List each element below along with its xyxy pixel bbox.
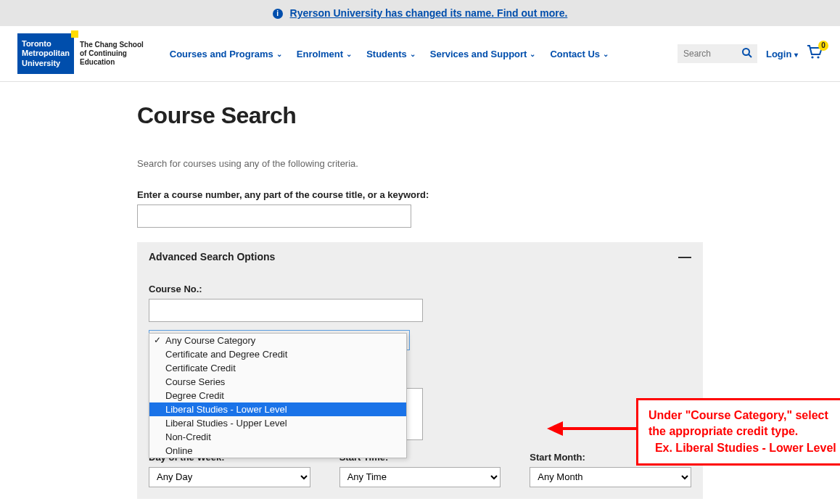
chevron-down-icon: ⌄	[530, 50, 535, 58]
chevron-down-icon: ⌄	[410, 50, 416, 58]
advanced-search-panel: Advanced Search Options — Course No.: Co…	[137, 242, 703, 499]
category-option-cert[interactable]: Certificate Credit	[149, 361, 406, 375]
name-change-banner: i Ryerson University has changed its nam…	[0, 0, 840, 26]
keyword-input[interactable]	[137, 205, 411, 228]
arrow-head-icon	[547, 421, 563, 436]
day-select[interactable]: Any Day	[149, 467, 310, 487]
search-box	[678, 44, 757, 63]
chevron-down-icon: ⌄	[603, 50, 609, 58]
category-option-liberal-upper[interactable]: Liberal Studies - Upper Level	[149, 416, 406, 430]
svg-point-3	[817, 56, 819, 58]
nav-contact-us[interactable]: Contact Us⌄	[550, 49, 609, 59]
category-option-degree[interactable]: Degree Credit	[149, 389, 406, 402]
search-icon[interactable]	[741, 47, 753, 61]
category-option-liberal-lower[interactable]: Liberal Studies - Lower Level	[149, 402, 406, 416]
advanced-body: Course No.: Course Category: Any Course …	[137, 272, 703, 499]
svg-point-0	[743, 49, 749, 55]
main-nav: Courses and Programs⌄ Enrolment⌄ Student…	[170, 49, 609, 59]
keyword-field: Enter a course number, any part of the c…	[137, 189, 703, 228]
start-month-select[interactable]: Any Month	[530, 467, 691, 487]
logo-accent	[71, 30, 78, 38]
svg-line-1	[749, 54, 752, 57]
category-option-any[interactable]: Any Course Category	[149, 334, 406, 347]
annotation-box: Under "Course Category," select the appr…	[636, 398, 840, 466]
keyword-label: Enter a course number, any part of the c…	[137, 189, 703, 200]
course-no-input[interactable]	[149, 299, 423, 322]
site-logo[interactable]: Toronto Metropolitan University The Chan…	[17, 33, 144, 74]
chevron-down-icon: ⌄	[346, 50, 352, 58]
banner-link[interactable]: Ryerson University has changed its name.…	[290, 7, 568, 19]
category-dropdown-list: Any Course Category Certificate and Degr…	[149, 333, 407, 458]
info-icon: i	[273, 9, 283, 19]
course-no-label: Course No.:	[149, 284, 691, 294]
cart-count-badge: 0	[818, 41, 828, 51]
nav-enrolment[interactable]: Enrolment⌄	[297, 49, 352, 59]
category-option-noncredit[interactable]: Non-Credit	[149, 430, 406, 444]
page-subtitle: Search for courses using any of the foll…	[137, 158, 703, 169]
caret-down-icon: ▾	[794, 51, 798, 59]
category-option-series[interactable]: Course Series	[149, 375, 406, 389]
main-content: Course Search Search for courses using a…	[137, 82, 703, 499]
category-option-cert-degree[interactable]: Certificate and Degree Credit	[149, 347, 406, 361]
advanced-header[interactable]: Advanced Search Options —	[137, 242, 703, 272]
header-right: Login ▾ 0	[678, 44, 823, 63]
cart-button[interactable]: 0	[807, 45, 823, 63]
logo-subtitle: The Chang School of Continuing Education	[80, 41, 144, 67]
category-option-online[interactable]: Online	[149, 444, 406, 458]
course-no-field: Course No.:	[149, 284, 691, 322]
minus-icon: —	[678, 249, 691, 265]
annotation-arrow	[547, 425, 641, 432]
nav-courses-programs[interactable]: Courses and Programs⌄	[170, 49, 282, 59]
nav-students[interactable]: Students⌄	[366, 49, 416, 59]
chevron-down-icon: ⌄	[276, 50, 282, 58]
page-title: Course Search	[137, 102, 703, 129]
site-header: Toronto Metropolitan University The Chan…	[0, 26, 840, 82]
nav-services-support[interactable]: Services and Support⌄	[430, 49, 536, 59]
login-link[interactable]: Login ▾	[766, 49, 798, 59]
svg-point-2	[811, 56, 813, 58]
advanced-title: Advanced Search Options	[149, 251, 275, 263]
start-time-select[interactable]: Any Time	[339, 467, 501, 487]
logo-mark: Toronto Metropolitan University	[17, 33, 74, 74]
